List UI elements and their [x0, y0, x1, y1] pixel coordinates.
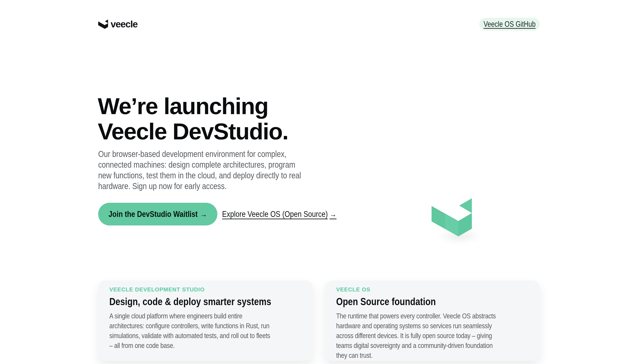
- explore-veecle-os-link[interactable]: Explore Veecle OS (Open Source)→: [222, 210, 360, 219]
- card-devstudio: VEECLE DEVELOPMENT STUDIO Design, code &…: [98, 280, 313, 361]
- explore-veecle-os-label-wrap: Explore Veecle OS (Open Source)→: [222, 210, 337, 219]
- cta-row: Join the DevStudio Waitlist→ Explore Vee…: [98, 203, 360, 226]
- join-waitlist-label: Join the DevStudio Waitlist: [108, 210, 198, 218]
- card-eyebrow: VEECLE OS: [336, 286, 529, 293]
- veecle-logo[interactable]: veecle: [98, 20, 138, 29]
- landing-page: { "brand": { "wordmark": "veecle" }, "he…: [0, 0, 638, 364]
- card-veecle-os: VEECLE OS Open Source foundation The run…: [325, 280, 540, 361]
- github-link-label: Veecle OS GitHub: [484, 20, 536, 29]
- veecle-logo-icon: [98, 20, 108, 29]
- veecle-os-github-link[interactable]: Veecle OS GitHub: [479, 18, 540, 30]
- arrow-right-icon: →: [329, 210, 336, 218]
- hero-subtitle: Our browser-based development environmen…: [98, 148, 301, 192]
- feature-cards: VEECLE DEVELOPMENT STUDIO Design, code &…: [98, 280, 540, 361]
- hero-title: We’re launching Veecle DevStudio.: [98, 94, 288, 144]
- card-body: The runtime that powers every controller…: [336, 311, 496, 360]
- card-title: Design, code & deploy smarter systems: [109, 296, 271, 308]
- join-waitlist-label-wrap: Join the DevStudio Waitlist→: [108, 210, 207, 219]
- veecle-3d-mark-icon: [432, 198, 472, 236]
- card-eyebrow: VEECLE DEVELOPMENT STUDIO: [109, 286, 302, 293]
- join-waitlist-button[interactable]: Join the DevStudio Waitlist→: [98, 203, 218, 226]
- card-body: A single cloud platform where engineers …: [109, 311, 270, 350]
- explore-veecle-os-label: Explore Veecle OS (Open Source): [222, 210, 328, 218]
- card-title: Open Source foundation: [336, 296, 436, 308]
- header: veecle Veecle OS GitHub: [98, 17, 540, 31]
- arrow-right-icon: →: [200, 210, 207, 218]
- brand-wordmark: veecle: [111, 20, 138, 29]
